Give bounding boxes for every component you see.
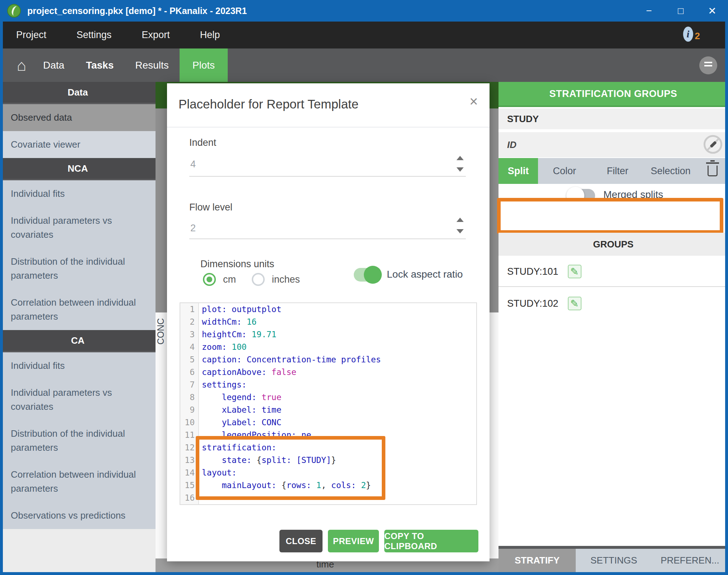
- sidebar-item-ca-individual-fits[interactable]: Individual fits: [0, 352, 156, 379]
- tab-filter[interactable]: Filter: [591, 158, 644, 184]
- home-icon[interactable]: ⌂: [11, 48, 32, 82]
- indent-underline: [189, 176, 466, 177]
- app-window: project_censoring.pkx [demo] * - PKanali…: [0, 0, 728, 575]
- sidebar-item-nca-correlation[interactable]: Correlation between individual parameter…: [0, 289, 156, 330]
- toggle-knob: [364, 266, 382, 284]
- menu-settings[interactable]: Settings: [76, 29, 112, 41]
- sidebar-item-ca-params-vs-covariates[interactable]: Individual parameters vs covariates: [0, 379, 156, 420]
- sidebar-item-ca-obs-vs-pred[interactable]: Observations vs predictions: [0, 502, 156, 529]
- radio-cm[interactable]: [203, 273, 216, 286]
- menu-project[interactable]: Project: [16, 29, 46, 41]
- dimensions-units-radios: cm inches: [203, 273, 316, 286]
- group-row-study-102[interactable]: STUDY:102 ✎: [499, 288, 728, 319]
- covariate-row-id[interactable]: ID: [499, 132, 728, 157]
- menu-help[interactable]: Help: [200, 29, 220, 41]
- tab-color[interactable]: Color: [538, 158, 591, 184]
- radio-inches-label: inches: [272, 274, 300, 285]
- tab-split[interactable]: Split: [499, 158, 538, 184]
- trash-icon-wrap[interactable]: [697, 158, 728, 184]
- window-controls: − □ ✕: [633, 0, 728, 22]
- sidebar-item-observed-data[interactable]: Observed data: [0, 104, 156, 131]
- window-title: project_censoring.pkx [demo] * - PKanali…: [27, 6, 247, 16]
- window-border-bottom: [0, 572, 728, 575]
- comment-bubble-icon[interactable]: [699, 56, 717, 74]
- app-logo-icon: [7, 4, 21, 18]
- menu-bar: Project Settings Export Help i 2: [0, 22, 728, 48]
- main-tab-bar: ⌂ Data Tasks Results Plots: [0, 48, 728, 82]
- dialog-title: Placeholder for Report Template: [178, 97, 358, 111]
- edit-group-102-icon[interactable]: ✎: [568, 297, 581, 310]
- window-border-right: [725, 22, 728, 575]
- flow-level-increment-icon[interactable]: [456, 218, 464, 222]
- report-template-dialog: Placeholder for Report Template × Indent…: [167, 83, 490, 561]
- sidebar-item-ca-distribution[interactable]: Distribution of the individual parameter…: [0, 420, 156, 461]
- stratify-mode-tabs: Split Color Filter Selection: [499, 158, 728, 184]
- group-101-label: STUDY:101: [507, 266, 558, 277]
- tab-data[interactable]: Data: [32, 48, 75, 82]
- group-row-study-101[interactable]: STUDY:101 ✎: [499, 257, 728, 287]
- lock-aspect-ratio-toggle[interactable]: [354, 268, 380, 282]
- radio-inches[interactable]: [252, 273, 265, 286]
- plot-y-axis-label: CONC: [156, 330, 166, 345]
- settings-footer-button[interactable]: SETTINGS: [576, 549, 652, 572]
- indent-input[interactable]: 4: [190, 159, 196, 170]
- sidebar-section-nca: NCA: [0, 158, 156, 180]
- sidebar-item-nca-individual-fits[interactable]: Individual fits: [0, 180, 156, 207]
- tab-tasks[interactable]: Tasks: [75, 48, 124, 82]
- lock-aspect-ratio-label: Lock aspect ratio: [387, 269, 463, 280]
- window-border-left: [0, 22, 3, 575]
- tab-plots[interactable]: Plots: [180, 48, 228, 82]
- maximize-button[interactable]: □: [665, 0, 696, 22]
- covariate-row-study[interactable]: STUDY: [499, 108, 728, 129]
- stratification-panel: STRATIFICATION GROUPS STUDY ID Split Col…: [499, 82, 728, 575]
- menu-export[interactable]: Export: [142, 29, 170, 41]
- info-badge[interactable]: i 2: [683, 27, 700, 42]
- flow-level-decrement-icon[interactable]: [456, 229, 464, 233]
- edit-group-101-icon[interactable]: ✎: [568, 265, 581, 278]
- sidebar-item-nca-params-vs-covariates[interactable]: Individual parameters vs covariates: [0, 207, 156, 248]
- indent-decrement-icon[interactable]: [456, 167, 464, 172]
- copy-to-clipboard-button[interactable]: COPY TO CLIPBOARD: [384, 530, 478, 552]
- stratify-footer-button[interactable]: STRATIFY: [499, 549, 576, 572]
- close-button[interactable]: CLOSE: [279, 530, 323, 552]
- groups-header: GROUPS: [499, 233, 728, 256]
- annotation-box-code: [196, 436, 385, 500]
- flow-level-input[interactable]: 2: [190, 223, 196, 234]
- no-color-brush-icon[interactable]: [704, 135, 722, 154]
- flow-level-label: Flow level: [189, 202, 232, 213]
- info-icon[interactable]: i: [683, 27, 693, 42]
- preferences-footer-button[interactable]: PREFEREN...: [652, 549, 728, 572]
- trash-icon[interactable]: [708, 166, 718, 176]
- tab-results[interactable]: Results: [124, 48, 179, 82]
- stratification-groups-header: STRATIFICATION GROUPS: [499, 82, 728, 107]
- radio-cm-label: cm: [223, 274, 236, 285]
- annotation-box-study: [497, 198, 723, 234]
- indent-increment-icon[interactable]: [456, 156, 464, 160]
- info-count: 2: [695, 31, 700, 42]
- group-102-label: STUDY:102: [507, 298, 558, 309]
- dialog-close-icon[interactable]: ×: [466, 93, 482, 109]
- preview-button[interactable]: PREVIEW: [328, 530, 379, 552]
- indent-label: Indent: [189, 137, 216, 148]
- tab-selection[interactable]: Selection: [644, 158, 697, 184]
- minimize-button[interactable]: −: [633, 0, 665, 22]
- sidebar-item-covariate-viewer[interactable]: Covariate viewer: [0, 131, 156, 158]
- sidebar-item-nca-distribution[interactable]: Distribution of the individual parameter…: [0, 248, 156, 289]
- dialog-divider: [167, 127, 490, 127]
- panel-footer: STRATIFY SETTINGS PREFEREN...: [499, 546, 728, 572]
- dimensions-units-label: Dimensions units: [200, 259, 274, 270]
- sidebar: Data Observed data Covariate viewer NCA …: [0, 82, 156, 575]
- sidebar-item-ca-correlation[interactable]: Correlation between individual parameter…: [0, 461, 156, 502]
- sidebar-section-ca: CA: [0, 330, 156, 352]
- covariate-id-label: ID: [507, 139, 516, 150]
- dialog-buttons: CLOSE PREVIEW COPY TO CLIPBOARD: [167, 530, 490, 552]
- close-window-button[interactable]: ✕: [696, 0, 728, 22]
- sidebar-section-data: Data: [0, 82, 156, 104]
- flow-level-underline: [189, 238, 466, 239]
- title-bar: project_censoring.pkx [demo] * - PKanali…: [0, 0, 728, 22]
